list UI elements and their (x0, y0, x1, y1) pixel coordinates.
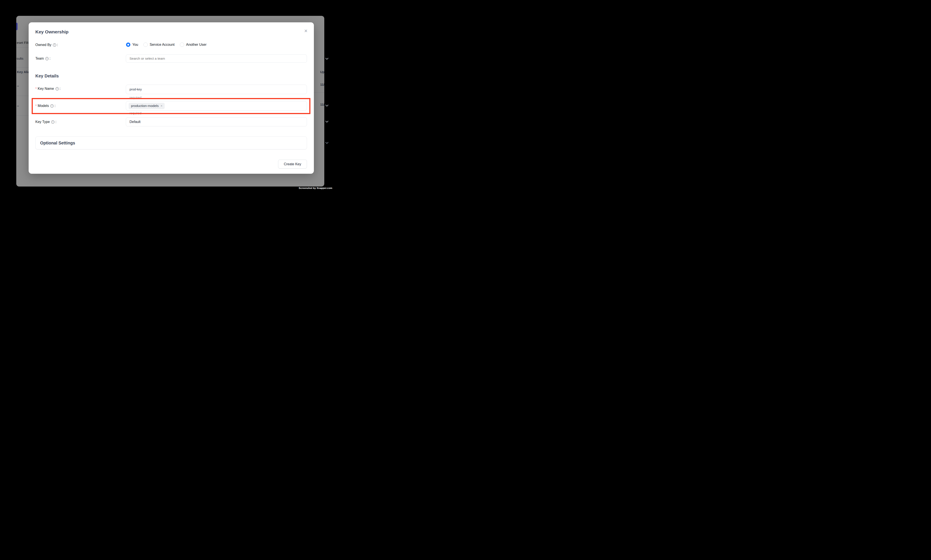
required-asterisk: * (35, 104, 37, 108)
radio-label: Another User (186, 43, 206, 47)
chevron-down-icon (325, 103, 328, 106)
models-label: Models (38, 104, 49, 108)
label-colon: : (55, 120, 56, 124)
reset-filters-partial-text: eset Filt (17, 41, 28, 45)
info-icon: i (45, 57, 49, 60)
label-colon: : (60, 87, 60, 91)
chevron-down-icon (325, 57, 328, 60)
table-cell-date-partial: 11/ (320, 103, 324, 106)
close-icon[interactable]: × (302, 27, 310, 35)
chevron-down-icon (325, 120, 328, 123)
toolbar-divider (16, 47, 29, 48)
table-cell-date-partial: 11/ (320, 83, 324, 86)
radio-option-you[interactable]: You (126, 43, 138, 47)
key-type-label-row: Key Type i : (35, 120, 56, 124)
radio-selected-icon[interactable] (126, 43, 130, 47)
info-icon: i (53, 43, 56, 47)
team-select[interactable] (126, 54, 307, 63)
key-name-validation-text: required (129, 95, 142, 99)
table-header-divider (16, 67, 29, 68)
updated-column-header-partial: Up (320, 70, 324, 74)
screenshot-stage: eset Filt sults Key Alia -- -- Up 11/ 11… (0, 0, 340, 205)
remove-tag-icon[interactable]: × (161, 104, 163, 108)
selected-model-tag[interactable]: production-models × (129, 103, 165, 109)
key-name-field[interactable] (126, 85, 307, 94)
models-label-row: * Models i : (35, 104, 55, 108)
models-validation-text: required (129, 111, 142, 115)
label-colon: : (57, 43, 58, 47)
table-cell-dash: -- (17, 84, 19, 88)
key-details-section-title: Key Details (35, 74, 59, 78)
table-cell-dash: -- (17, 104, 19, 108)
owned-by-radio-group: You Service Account Another User (126, 43, 212, 47)
info-icon: i (51, 120, 54, 124)
owned-by-label-row: Owned By i : (35, 43, 58, 47)
model-tag-label: production-models (131, 104, 159, 108)
owned-by-label: Owned By (35, 43, 51, 47)
radio-option-another-user[interactable]: Another User (180, 43, 206, 47)
label-colon: : (54, 104, 55, 108)
xnapper-watermark: Screenshot by Xnapper.com (299, 187, 332, 189)
key-name-label: Key Name (38, 87, 54, 91)
optional-settings-title: Optional Settings (40, 140, 75, 146)
models-multiselect[interactable]: production-models × (126, 101, 307, 111)
key-ownership-section-title: Key Ownership (35, 29, 69, 34)
team-label: Team (35, 57, 44, 60)
team-search-input[interactable] (129, 57, 290, 60)
required-asterisk: * (35, 86, 37, 90)
radio-unselected-icon[interactable] (180, 43, 184, 47)
key-type-select[interactable]: Default (126, 117, 307, 126)
radio-label: Service Account (150, 43, 175, 47)
create-key-modal: Key Ownership × Owned By i : You Service… (29, 22, 314, 174)
radio-label: You (132, 43, 138, 47)
radio-option-service-account[interactable]: Service Account (143, 43, 175, 47)
create-key-button-partial (16, 23, 18, 30)
table-row-divider (16, 95, 29, 96)
radio-unselected-icon[interactable] (143, 43, 148, 47)
info-icon: i (55, 87, 59, 91)
create-key-button[interactable]: Create Key (278, 160, 307, 169)
chevron-down-icon (325, 141, 328, 144)
results-partial-text: sults (17, 57, 23, 60)
optional-settings-panel[interactable]: Optional Settings (35, 137, 307, 149)
key-type-label: Key Type (35, 120, 50, 124)
key-type-value: Default (129, 120, 140, 124)
label-colon: : (49, 57, 50, 60)
key-alias-column-header-partial: Key Alia (17, 70, 30, 74)
info-icon: i (50, 104, 54, 108)
key-name-label-row: * Key Name i : (35, 87, 60, 91)
key-name-input[interactable] (129, 88, 290, 91)
team-label-row: Team i : (35, 57, 51, 60)
